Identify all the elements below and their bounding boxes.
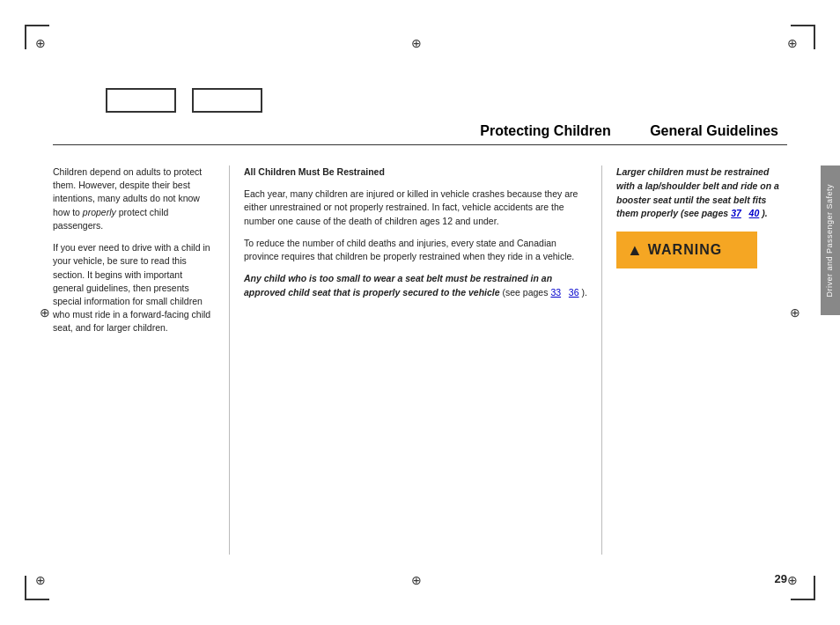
reg-mark-bl bbox=[35, 572, 53, 590]
side-tab-text: Driver and Passenger Safety bbox=[824, 184, 836, 298]
reg-mark-bc bbox=[411, 572, 429, 590]
page-number: 29 bbox=[775, 572, 787, 585]
left-column: Children depend on adults to protect the… bbox=[53, 165, 229, 555]
center-para-2: To reduce the number of child deaths and… bbox=[244, 237, 587, 263]
top-boxes bbox=[106, 88, 262, 113]
header-protecting-children: Protecting Children bbox=[480, 123, 610, 138]
warning-box: ▲ WARNING bbox=[616, 232, 757, 268]
page: ⊕ ⊕ Protecting Children General Guidelin… bbox=[0, 0, 840, 625]
warning-label: WARNING bbox=[648, 239, 722, 260]
center-para-1: Each year, many children are injured or … bbox=[244, 188, 587, 228]
italic-properly: properly bbox=[83, 207, 116, 217]
right-italic-text: Larger children must be restrained with … bbox=[616, 165, 787, 221]
center-heading: All Children Must Be Restrained bbox=[244, 165, 587, 179]
side-tab: Driver and Passenger Safety bbox=[821, 165, 840, 315]
center-italic-text: Any child who is too small to wear a sea… bbox=[244, 273, 552, 297]
page-link-33[interactable]: 33 bbox=[550, 287, 561, 298]
header-general-guidelines: General Guidelines bbox=[650, 123, 778, 138]
center-para-3: Any child who is too small to wear a sea… bbox=[244, 272, 587, 298]
warning-icon: ▲ bbox=[627, 239, 643, 261]
page-link-36[interactable]: 36 bbox=[569, 287, 579, 298]
page-link-40[interactable]: 40 bbox=[749, 208, 760, 218]
content-area: Children depend on adults to protect the… bbox=[53, 165, 787, 555]
header-title: Protecting Children General Guidelines bbox=[53, 123, 787, 143]
reg-mark-br bbox=[787, 572, 805, 590]
header-divider bbox=[53, 144, 787, 145]
right-column: Larger children must be restrained with … bbox=[602, 165, 787, 555]
reg-mark-tc bbox=[411, 35, 429, 53]
left-para-2: If you ever need to drive with a child i… bbox=[53, 241, 213, 335]
top-box-2 bbox=[192, 88, 262, 113]
reg-mark-tr bbox=[787, 35, 805, 53]
header-area: Protecting Children General Guidelines bbox=[53, 123, 787, 145]
right-side-mark: ⊕ bbox=[790, 305, 800, 320]
left-side-mark: ⊕ bbox=[40, 305, 50, 320]
reg-mark-tl bbox=[35, 35, 53, 53]
left-para-1: Children depend on adults to protect the… bbox=[53, 165, 213, 232]
top-box-1 bbox=[106, 88, 176, 113]
center-column: All Children Must Be Restrained Each yea… bbox=[229, 165, 602, 555]
warning-inner: ▲ WARNING bbox=[627, 239, 722, 261]
page-link-37[interactable]: 37 bbox=[731, 208, 741, 218]
